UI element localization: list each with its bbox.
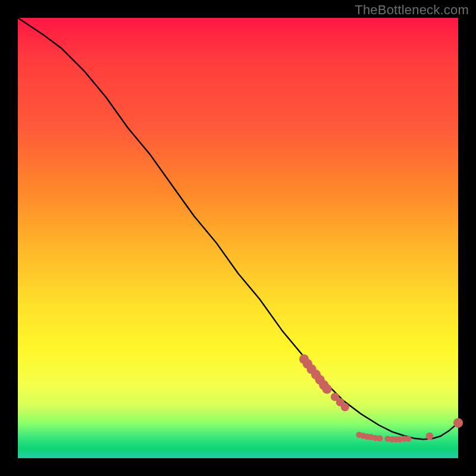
data-point [426, 433, 434, 440]
data-point [341, 403, 349, 411]
data-points [299, 354, 463, 442]
data-point [453, 418, 463, 428]
bottleneck-curve [18, 18, 458, 439]
data-point [405, 436, 411, 441]
curve-svg [18, 18, 458, 458]
attribution-text: TheBottleneck.com [355, 2, 469, 18]
plot-area [18, 18, 458, 458]
data-point [377, 436, 383, 441]
chart-frame: TheBottleneck.com [0, 0, 476, 476]
data-point [322, 384, 331, 394]
